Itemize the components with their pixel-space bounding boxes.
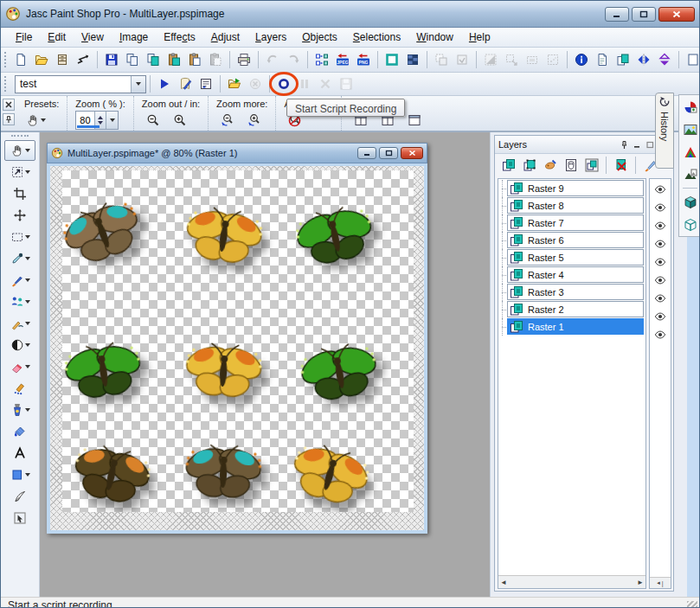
layer-row[interactable]: Raster 8 <box>498 197 645 214</box>
save-button[interactable] <box>101 49 122 70</box>
materials-color-button[interactable] <box>681 98 699 116</box>
minimize-button[interactable] <box>605 7 629 22</box>
butterfly[interactable] <box>177 337 268 413</box>
menu-edit[interactable]: Edit <box>40 29 74 45</box>
text-button[interactable] <box>4 443 35 464</box>
pen-button[interactable] <box>4 486 35 507</box>
toolbar-drag-handle[interactable] <box>4 76 9 92</box>
menu-file[interactable]: File <box>8 29 40 45</box>
menu-view[interactable]: View <box>74 29 112 45</box>
menu-effects[interactable]: Effects <box>156 29 202 45</box>
delete-layer-button[interactable] <box>611 156 631 176</box>
layer-row[interactable]: Raster 5 <box>498 249 645 266</box>
paste-as-new-layer-button[interactable] <box>164 49 184 70</box>
jpeg-export-button[interactable]: JPEG <box>332 49 353 70</box>
copy-button[interactable] <box>122 49 143 70</box>
zoom-out-button[interactable] <box>142 111 164 130</box>
layer-row[interactable]: Raster 2 <box>498 301 645 318</box>
selection-button[interactable] <box>4 227 35 247</box>
menu-layers[interactable]: Layers <box>247 29 294 45</box>
new-file-button[interactable] <box>10 49 31 70</box>
layers-horizontal-scrollbar[interactable]: ◄ ► <box>498 575 645 588</box>
png-export-button[interactable]: PNG <box>353 49 374 70</box>
resize-grip[interactable] <box>687 601 697 608</box>
layer-item[interactable]: Raster 7 <box>507 214 644 231</box>
scroll-right-arrow-icon[interactable]: ► <box>637 579 644 586</box>
layer-visibility-toggle[interactable] <box>650 253 671 271</box>
close-button[interactable] <box>658 7 695 22</box>
layer-visibility-toggle[interactable] <box>650 271 671 289</box>
history-palette-tab[interactable]: History <box>655 93 674 169</box>
zoom-out-more-button[interactable] <box>216 111 239 130</box>
layer-item[interactable]: Raster 1 <box>507 318 644 335</box>
run-script-button[interactable] <box>154 74 175 94</box>
materials-cube-frame-button[interactable] <box>681 215 699 234</box>
butterfly[interactable] <box>62 189 157 283</box>
layer-visibility-toggle[interactable] <box>650 180 671 198</box>
layer-row[interactable]: Raster 7 <box>498 214 645 232</box>
layer-visibility-toggle[interactable] <box>650 325 671 343</box>
layer-row[interactable]: Raster 3 <box>498 284 645 301</box>
butterfly[interactable] <box>292 335 389 418</box>
menu-selections[interactable]: Selections <box>345 29 408 45</box>
image-properties-button[interactable] <box>592 49 613 70</box>
butterfly[interactable] <box>62 435 160 512</box>
menu-help[interactable]: Help <box>461 29 498 45</box>
layer-item[interactable]: Raster 5 <box>507 249 644 266</box>
layer-row[interactable]: Raster 4 <box>498 266 645 284</box>
document-title-bar[interactable]: MultiLayer.pspimage* @ 80% (Raster 1) <box>47 143 427 163</box>
layers-pin-button[interactable] <box>618 138 631 151</box>
zoom-in-button[interactable] <box>169 111 191 130</box>
object-selector-button[interactable] <box>4 508 35 528</box>
new-group-layer-button[interactable] <box>581 156 601 176</box>
image-frame-button[interactable] <box>382 49 402 70</box>
script-select-dropdown-arrow[interactable] <box>131 76 145 93</box>
script-output-button[interactable] <box>196 74 216 94</box>
butterfly[interactable] <box>278 433 380 512</box>
menu-adjust[interactable]: Adjust <box>203 29 247 45</box>
print-button[interactable] <box>234 49 254 70</box>
layer-visibility-toggle[interactable] <box>650 234 671 253</box>
paint-brush-button[interactable] <box>4 270 35 291</box>
image-information-button[interactable] <box>571 49 592 70</box>
layer-item[interactable]: Raster 6 <box>507 232 644 248</box>
layer-item[interactable]: Raster 9 <box>507 180 644 196</box>
twain-acquire-button[interactable] <box>73 49 93 70</box>
maximize-button[interactable] <box>632 7 656 22</box>
layer-item[interactable]: Raster 2 <box>507 301 644 317</box>
materials-pattern-button[interactable] <box>681 165 699 183</box>
dropper-button[interactable] <box>4 248 35 269</box>
palette-drag-handle[interactable] <box>11 135 29 137</box>
layer-row[interactable]: Raster 1 <box>498 318 645 336</box>
duplicate-image-button[interactable] <box>613 49 633 70</box>
zoom-value[interactable]: 80 <box>76 115 94 125</box>
document-minimize-button[interactable] <box>357 147 376 159</box>
mirror-image-button[interactable] <box>633 49 654 70</box>
scroll-left-arrow-icon[interactable]: ◄ <box>500 579 507 586</box>
menu-image[interactable]: Image <box>112 29 156 45</box>
paste-as-new-image-button[interactable] <box>184 49 205 70</box>
flood-fill-button[interactable] <box>4 421 35 442</box>
background-eraser-button[interactable] <box>4 378 35 399</box>
pin-palette-button[interactable] <box>3 113 15 125</box>
zoom-in-more-button[interactable] <box>243 111 266 130</box>
move-button[interactable] <box>4 205 35 226</box>
image-canvas[interactable] <box>62 170 414 512</box>
clone-button[interactable] <box>4 291 35 312</box>
window-full-button[interactable] <box>403 111 426 130</box>
layer-item[interactable]: Raster 8 <box>507 197 644 214</box>
layer-item[interactable]: Raster 3 <box>507 284 644 300</box>
dodge-button[interactable] <box>4 335 35 355</box>
browse-images-button[interactable] <box>52 49 73 70</box>
zoom-dropdown-button[interactable] <box>106 112 118 129</box>
deform-button[interactable] <box>4 162 35 182</box>
new-art-media-layer-button[interactable] <box>540 156 560 176</box>
edge-button-button[interactable] <box>683 49 700 70</box>
visibility-column-scrollbar[interactable]: ◂| <box>650 577 671 588</box>
open-file-button[interactable] <box>31 49 52 70</box>
run-multiple-scripts-button[interactable] <box>224 74 245 94</box>
preset-shape-button[interactable] <box>4 464 35 485</box>
flip-image-button[interactable] <box>654 49 675 70</box>
menu-objects[interactable]: Objects <box>294 29 345 45</box>
butterfly[interactable] <box>62 334 151 414</box>
